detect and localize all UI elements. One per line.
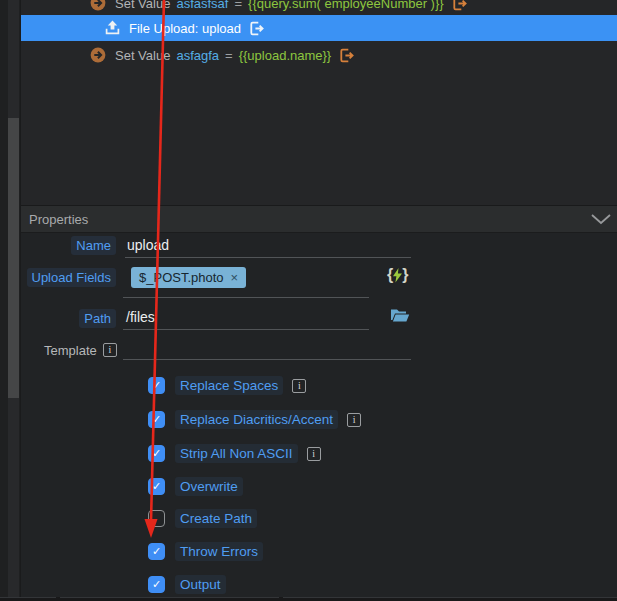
checkbox-label[interactable]: Output (175, 575, 226, 594)
checkbox-label[interactable]: Replace Diacritics/Accent (175, 410, 338, 429)
properties-title: Properties (21, 212, 88, 227)
replace-spaces-checkbox[interactable] (148, 377, 165, 394)
operator: = (225, 48, 233, 63)
workflow-step-list: Set Value asfasfsaf = {{query.sum( emplo… (21, 0, 617, 205)
scrollbar-thumb[interactable] (8, 118, 19, 398)
step-expression: {{query.sum( employeeNumber )}} (248, 0, 444, 11)
upload-field-chip[interactable]: $_POST.photo × (131, 267, 246, 288)
step-set-value-asfasfsaf[interactable]: Set Value asfasfsaf = {{query.sum( emplo… (21, 0, 617, 16)
upload-fields-underline (123, 297, 369, 298)
step-title: File Upload: upload (129, 21, 241, 36)
step-file-upload-selected[interactable]: File Upload: upload (21, 15, 617, 41)
strip-non-ascii-checkbox[interactable] (148, 445, 165, 462)
checkbox-label[interactable]: Throw Errors (175, 542, 263, 561)
option-throw-errors: Throw Errors (148, 542, 263, 561)
operator: = (234, 0, 242, 11)
name-field-underline (125, 257, 411, 258)
step-variable-name: asfagfa (176, 48, 219, 63)
throw-errors-checkbox[interactable] (148, 543, 165, 560)
option-replace-diacritics: Replace Diacritics/Accent i (148, 410, 361, 429)
option-strip-non-ascii: Strip All Non ASCII i (148, 444, 321, 463)
checkbox-label[interactable]: Strip All Non ASCII (175, 444, 298, 463)
checkbox-label[interactable]: Overwrite (175, 477, 243, 496)
create-path-checkbox[interactable] (148, 510, 165, 527)
output-icon (339, 48, 354, 63)
properties-panel-header[interactable]: Properties (21, 205, 617, 233)
bottom-panel-edge (0, 597, 617, 601)
upload-fields-label: Upload Fields (21, 270, 116, 285)
path-field-underline (123, 329, 369, 330)
replace-diacritics-checkbox[interactable] (148, 411, 165, 428)
name-field-label: Name (21, 238, 116, 253)
template-field-label: Template (44, 343, 97, 358)
info-icon[interactable]: i (307, 447, 321, 461)
checkbox-label[interactable]: Replace Spaces (175, 376, 283, 395)
option-overwrite: Overwrite (148, 477, 243, 496)
properties-panel-body: Name upload Upload Fields $_POST.photo ×… (21, 233, 617, 597)
checkbox-label[interactable]: Create Path (175, 509, 257, 528)
editor-panel: Set Value asfasfsaf = {{query.sum( emplo… (20, 0, 617, 601)
chevron-down-icon[interactable] (591, 214, 611, 225)
path-field-value[interactable]: /files (126, 309, 155, 325)
template-info-icon[interactable]: i (103, 343, 117, 357)
template-field-underline (123, 359, 411, 360)
output-icon (249, 21, 264, 36)
step-variable-name: asfasfsaf (176, 0, 228, 11)
set-value-icon (90, 47, 106, 63)
step-expression: {{upload.name}} (239, 48, 332, 63)
file-upload-icon (104, 20, 121, 36)
option-create-path: Create Path (148, 509, 257, 528)
output-checkbox[interactable] (148, 576, 165, 593)
output-icon (452, 0, 467, 11)
set-value-icon (90, 0, 106, 11)
step-set-value-asfagfa[interactable]: Set Value asfagfa = {{upload.name}} (21, 42, 617, 68)
info-icon[interactable]: i (347, 413, 361, 427)
overwrite-checkbox[interactable] (148, 478, 165, 495)
data-bindings-icon[interactable]: { } (387, 267, 408, 283)
option-replace-spaces: Replace Spaces i (148, 376, 306, 395)
option-output: Output (148, 575, 226, 594)
chip-remove-icon[interactable]: × (231, 270, 239, 285)
server-workflow-editor: Set Value asfasfsaf = {{query.sum( emplo… (0, 0, 617, 601)
chip-text: $_POST.photo (139, 270, 224, 285)
step-action-label: Set Value (115, 48, 170, 63)
step-action-label: Set Value (115, 0, 170, 11)
folder-picker-icon[interactable] (390, 308, 410, 323)
path-field-label: Path (21, 311, 116, 326)
info-icon[interactable]: i (292, 379, 306, 393)
name-field-value[interactable]: upload (127, 237, 169, 253)
